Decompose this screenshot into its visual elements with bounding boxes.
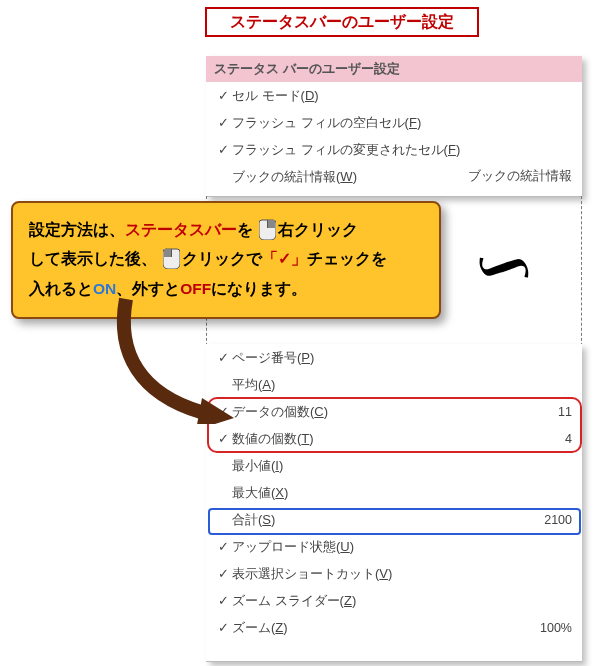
menu-item-label: 最大値(X) xyxy=(232,484,572,502)
menu-item-label: 最小値(I) xyxy=(232,457,572,475)
menu-item-label: ブックの統計情報(W) xyxy=(232,168,460,186)
svg-rect-0 xyxy=(268,220,275,228)
menu-item-label: セル モード(D) xyxy=(232,87,572,105)
status-bar-menu-top: ステータス バーのユーザー設定 ✓セル モード(D)✓フラッシュ フィルの空白セ… xyxy=(206,56,582,197)
menu-item-label: 表示選択ショートカット(V) xyxy=(232,565,572,583)
menu-item-label: ズーム スライダー(Z) xyxy=(232,592,572,610)
menu-item-value: 4 xyxy=(557,432,572,446)
menu-item-value: 11 xyxy=(550,405,572,419)
menu-item[interactable]: ✓フラッシュ フィルの空白セル(F) xyxy=(206,109,582,136)
check-icon: ✓ xyxy=(214,142,232,157)
menu-item[interactable]: 最大値(X) xyxy=(206,479,582,506)
check-icon: ✓ xyxy=(214,620,232,635)
menu-item-label: フラッシュ フィルの変更されたセル(F) xyxy=(232,141,572,159)
check-icon: ✓ xyxy=(214,350,232,365)
menu-header: ステータス バーのユーザー設定 xyxy=(206,56,582,82)
menu-item-value: 100% xyxy=(532,621,572,635)
callout-text: になります。 xyxy=(211,280,307,297)
page-title: ステータスバーのユーザー設定 xyxy=(205,7,479,37)
menu-item-label: アップロード状態(U) xyxy=(232,538,572,556)
check-icon: ✓ xyxy=(214,539,232,554)
menu-item-label: データの個数(C) xyxy=(232,403,550,421)
menu-header-text: ステータス バーのユーザー設定 xyxy=(214,61,400,76)
check-icon: ✓ xyxy=(214,566,232,581)
menu-item-label: 合計(S) xyxy=(232,511,536,529)
menu-item[interactable]: ✓ページ番号(P) xyxy=(206,344,582,371)
check-icon: ✓ xyxy=(214,404,232,419)
callout-text: 入れると xyxy=(29,280,93,297)
instruction-callout: 設定方法は、ステータスバーを 右クリック して表示した後、 クリックで「✓」チェ… xyxy=(11,201,441,319)
callout-off: OFF xyxy=(180,280,211,297)
menu-item[interactable]: ブックの統計情報(W)ブックの統計情報 xyxy=(206,163,582,190)
menu-item[interactable]: ✓表示選択ショートカット(V) xyxy=(206,560,582,587)
menu-item-label: ページ番号(P) xyxy=(232,349,572,367)
callout-text: 右クリック xyxy=(278,221,358,238)
menu-item[interactable]: ✓フラッシュ フィルの変更されたセル(F) xyxy=(206,136,582,163)
menu-item[interactable]: ✓数値の個数(T)4 xyxy=(206,425,582,452)
menu-item[interactable]: ✓ズーム(Z)100% xyxy=(206,614,582,641)
check-icon: ✓ xyxy=(214,88,232,103)
menu-item[interactable]: ✓セル モード(D) xyxy=(206,82,582,109)
callout-text: クリックで xyxy=(182,250,262,267)
menu-item-label: ズーム(Z) xyxy=(232,619,532,637)
callout-text: して表示した後、 xyxy=(29,250,157,267)
callout-on: ON xyxy=(93,280,116,297)
menu-item-label: フラッシュ フィルの空白セル(F) xyxy=(232,114,572,132)
callout-text: チェックを xyxy=(307,250,387,267)
callout-check: 「✓」 xyxy=(262,250,307,267)
callout-statusbar: ステータスバー xyxy=(125,221,237,238)
check-icon: ✓ xyxy=(214,593,232,608)
page-title-text: ステータスバーのユーザー設定 xyxy=(230,12,454,33)
mouse-left-click-icon xyxy=(163,247,180,269)
menu-item-value: 2100 xyxy=(536,513,572,527)
menu-item-label: 平均(A) xyxy=(232,376,572,394)
svg-rect-2 xyxy=(164,249,171,257)
menu-item[interactable]: 最小値(I) xyxy=(206,452,582,479)
menu-item[interactable]: ✓ズーム スライダー(Z) xyxy=(206,587,582,614)
menu-item[interactable]: 平均(A) xyxy=(206,371,582,398)
check-icon: ✓ xyxy=(214,431,232,446)
callout-text: 設定方法は、 xyxy=(29,221,125,238)
menu-item[interactable]: 合計(S)2100 xyxy=(206,506,582,533)
callout-text: 、外すと xyxy=(116,280,180,297)
cut-edge-right-icon xyxy=(581,196,582,346)
check-icon: ✓ xyxy=(214,115,232,130)
callout-text: を xyxy=(237,221,253,238)
menu-item-label: 数値の個数(T) xyxy=(232,430,557,448)
ellipsis-cut-icon: ∫ xyxy=(484,245,534,288)
status-bar-menu-bottom: ✓ページ番号(P)平均(A)✓データの個数(C)11✓数値の個数(T)4最小値(… xyxy=(206,344,582,662)
menu-item[interactable]: ✓データの個数(C)11 xyxy=(206,398,582,425)
menu-item-value: ブックの統計情報 xyxy=(460,168,572,185)
mouse-right-click-icon xyxy=(259,218,276,240)
menu-item[interactable]: ✓アップロード状態(U) xyxy=(206,533,582,560)
